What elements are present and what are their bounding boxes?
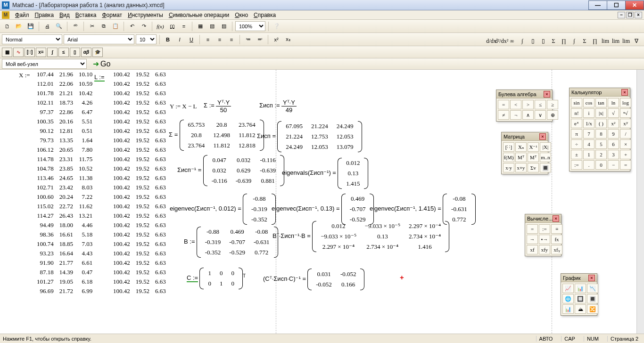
region-sigmaisp-value[interactable]: Σисп = 67.09521.22424.24921.22412.75312.… [257, 121, 362, 153]
palette-cell[interactable]: 5 [595, 139, 607, 149]
matrix-toolbox-button[interactable]: [∷] [25, 48, 35, 57]
palette-cell[interactable]: 📉 [587, 284, 598, 293]
palette-close-button[interactable]: × [544, 91, 550, 98]
region-b[interactable]: B := -0.880.469-0.08-0.319-0.707-0.631-0… [184, 226, 278, 258]
quick-▯[interactable]: ▯ [528, 36, 537, 46]
window-close-button[interactable]: ✕ [625, 0, 644, 10]
calculator-toolbox-button[interactable]: ▦ [2, 48, 12, 57]
palette-cell[interactable]: m..n [540, 153, 551, 162]
palette-cell[interactable]: = [527, 224, 538, 234]
palette-cell[interactable]: xf [527, 245, 538, 254]
menu-формат[interactable]: Формат [99, 11, 125, 19]
menu-справка[interactable]: Справка [251, 11, 279, 19]
palette-cell[interactable]: ± [571, 150, 582, 159]
window-minimize-button[interactable]: — [588, 0, 607, 10]
palette-cell[interactable]: 🔳 [540, 163, 551, 172]
palette-cell[interactable]: X⁻¹ [528, 142, 539, 152]
style-combo[interactable]: Normal [2, 34, 62, 44]
insert2-button[interactable]: ▨ [219, 21, 229, 32]
quick-Σ[interactable]: Σ [580, 36, 589, 46]
palette-cell[interactable]: 8 [595, 129, 607, 139]
palette-cell[interactable]: tan [595, 98, 607, 107]
palette-cell[interactable]: . [583, 160, 594, 170]
palette-cell[interactable]: ≡ [551, 224, 562, 234]
palette-cell[interactable]: x² [608, 119, 619, 128]
palette-cell[interactable]: f(M) [503, 153, 514, 162]
cut-button[interactable]: ✂ [87, 21, 97, 32]
palette-cell[interactable]: eˣ [571, 119, 582, 128]
quick-d²/dx²[interactable]: d²/dx² [497, 36, 506, 46]
mdi-restore-button[interactable]: ❐ [626, 12, 634, 18]
calculus-toolbox-button[interactable]: ∫ [47, 48, 58, 57]
italic-button[interactable]: I [174, 34, 185, 45]
align-right-button[interactable]: ≡ [226, 34, 237, 45]
region-l-matrix[interactable]: 100.4219.526.63100.4219.526.63100.4219.5… [110, 70, 169, 296]
region-btsb[interactable]: Bᵀ·Σисп⁻¹·B = 0.012−9.033 × 10⁻⁵2.297 × … [272, 220, 449, 253]
quick-▯[interactable]: ▯ [538, 36, 548, 46]
undo-button[interactable]: ↶ [127, 21, 137, 32]
palette-close-button[interactable]: × [553, 215, 559, 222]
quick-∫[interactable]: ∫ [570, 36, 579, 46]
component-button[interactable]: ▦ [195, 21, 206, 32]
region-l-label[interactable]: L := [94, 74, 105, 81]
palette-cell[interactable]: < [510, 100, 521, 109]
palette-cell[interactable]: ( ) [595, 119, 607, 128]
region-evec1[interactable]: eigenvec(Σисп⁻¹, 0.012) = -0.88-0.319-0.… [170, 193, 276, 225]
palette-cell[interactable]: cos [583, 98, 594, 107]
quick-lim[interactable]: lim [611, 36, 620, 46]
region-y-def[interactable]: Y := X − L [170, 103, 197, 110]
menu-правка[interactable]: Правка [32, 11, 57, 19]
bold-button[interactable]: B [163, 34, 173, 45]
help-button[interactable]: ❔ [272, 21, 282, 32]
palette-cell[interactable]: 📊 [562, 304, 574, 314]
region-c[interactable]: C := 100010T [187, 268, 246, 289]
palette-cell[interactable]: ÷ [571, 139, 582, 149]
palette-cell[interactable]: ln [608, 98, 619, 107]
palette-cell[interactable]: ⊕ [547, 110, 558, 120]
align-button[interactable]: f(x) [155, 21, 165, 32]
region-x-matrix[interactable]: 107.4421.9610.10112.0122.0610.59101.7821… [34, 70, 95, 296]
palette-cell[interactable]: Σv [528, 163, 539, 172]
palette-cell[interactable]: ≥ [547, 100, 558, 109]
palette-cell[interactable]: ∧ [522, 110, 534, 120]
region-sigma-def[interactable]: Σ := Yᵀ·Y50 [204, 99, 231, 114]
palette-cell[interactable]: √ [608, 108, 619, 118]
palette-cell[interactable]: 0 [595, 160, 607, 170]
quick-∏[interactable]: ∏ [590, 36, 600, 46]
redo-button[interactable]: ↷ [139, 21, 149, 32]
superscript-button[interactable]: x² [271, 34, 281, 45]
quick-∏[interactable]: ∏ [559, 36, 569, 46]
palette-cell[interactable]: ≠ [498, 110, 509, 120]
region-x-label[interactable]: X := [19, 72, 30, 79]
palette-cell[interactable]: n! [571, 108, 582, 118]
palette-cell[interactable]: x×y [515, 163, 527, 172]
palette-cell[interactable]: 📊 [575, 284, 586, 293]
boolean-palette[interactable]: Булева алгебра× =<>≤≥≠¬∧∨⊕ [496, 90, 553, 122]
programming-toolbox-button[interactable]: ▯ [70, 48, 80, 57]
open-button[interactable]: 📂 [14, 21, 24, 32]
bullets-button[interactable]: ≔ [243, 34, 253, 45]
palette-cell[interactable]: = [620, 160, 631, 170]
palette-cell[interactable]: 1 [583, 150, 594, 159]
size-combo[interactable]: 10 [136, 34, 157, 44]
align-center-button[interactable]: ≡ [215, 34, 225, 45]
underline-button[interactable]: U [186, 34, 197, 45]
palette-cell[interactable]: xfy [539, 245, 550, 254]
align-left-button[interactable]: ≡ [203, 34, 213, 45]
font-combo[interactable]: Arial [64, 34, 134, 44]
palette-cell[interactable]: xʸ [620, 119, 631, 128]
region-sigmaisp-def[interactable]: Σисп := Yᵀ·Y49 [259, 99, 297, 114]
symbolic-toolbox-button[interactable]: 🎓 [92, 48, 103, 57]
zoom-combo[interactable]: 100% [235, 21, 265, 31]
palette-cell[interactable]: / [620, 129, 631, 139]
region-sigma-value[interactable]: Σ = 65.75320.823.76420.812.49811.81223.7… [169, 119, 264, 151]
greek-toolbox-button[interactable]: αβ [81, 48, 91, 57]
palette-close-button[interactable]: × [539, 133, 546, 140]
go-button[interactable]: ➜Go [90, 59, 114, 69]
palette-cell[interactable]: 📈 [562, 284, 574, 293]
graph-toolbox-button[interactable]: ∿ [13, 48, 24, 57]
print-preview-button[interactable]: 🔍 [54, 21, 64, 32]
palette-cell[interactable]: sin [571, 98, 582, 107]
palette-cell[interactable]: := [571, 160, 582, 170]
web-site-combo[interactable]: Мой веб-узел [2, 59, 87, 69]
